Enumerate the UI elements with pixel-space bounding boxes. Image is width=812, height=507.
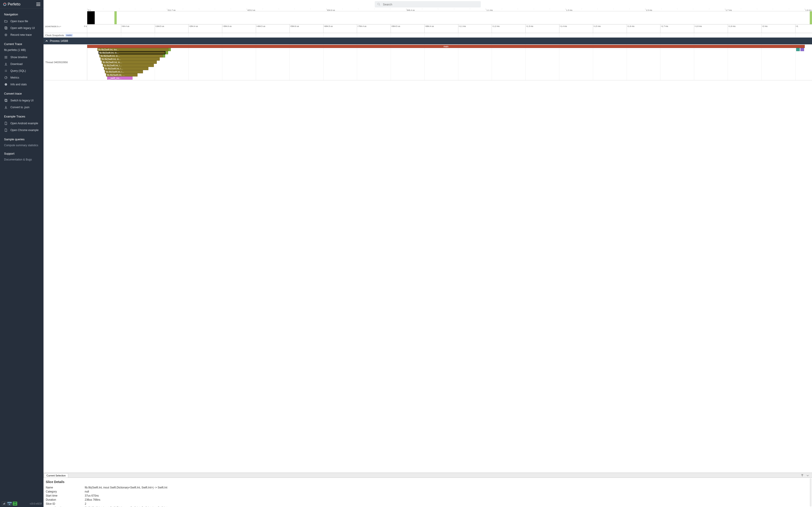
slice-fib[interactable]: fib.fib(Swift.Int, i… [103,64,154,67]
search-box[interactable] [375,1,481,7]
detail-tick-label: +584.6 us [290,25,299,27]
nav-label: Open with legacy UI [10,26,35,30]
detail-ruler[interactable]: 1634676638.5 s + 0 s +84.4 us+184.5 us+2… [44,24,812,33]
overview-selection[interactable] [87,11,95,24]
slice-fib[interactable]: fib.fib(Swift.Int, i… [105,70,143,73]
slice-swift[interactable]: __swift_ins… [107,76,133,80]
detail-value: 2 [85,502,810,505]
detail-tick-label: +1.9 ms [728,25,735,27]
thread-label: Thread 3403910956 [45,61,68,64]
sidebar-footer: WSM0 SWON v19.0-e923f [0,500,44,507]
tab-current-selection[interactable]: Current Selection [44,473,68,477]
nav-label: Open trace file [10,20,28,23]
app-name: Perfetto [8,2,20,6]
slice-edge[interactable] [165,51,168,54]
detail-tick-label: +1.3 ms [526,25,533,27]
slice-fib[interactable]: fib.fib(Swift.Int, in… [99,51,166,54]
details-scrollbar[interactable] [810,478,812,507]
overview-tick-label: 846.4 us [407,9,415,11]
nav-record[interactable]: Record new trace [0,32,44,38]
slice-small[interactable] [801,48,804,51]
nav-info-stats[interactable]: i Info and stats [0,81,44,88]
overview-tick-label: 1.5 ms [646,9,652,11]
slice-small[interactable] [796,48,800,51]
details-tabs: Current Selection [44,473,812,478]
panel-up-icon[interactable] [800,473,804,477]
nav-label: Info and stats [10,83,27,86]
overview-tick-label: 634.9 us [327,9,335,11]
clock-label: Clock Snapshots [45,34,64,37]
nav-download[interactable]: Download [0,61,44,67]
search-input[interactable] [383,3,478,6]
support-docs[interactable]: Documentation & Bugs [0,157,44,162]
detail-tick-label: +84.4 us [121,25,130,27]
download-icon [4,106,8,109]
app-logo[interactable]: Perfetto [3,2,20,6]
svg-point-4 [5,35,6,35]
slice-fib[interactable]: fib.fib(Swift.Int, in… [101,57,160,61]
slice-edge[interactable] [168,48,171,51]
detail-row: Duration236us 766ns [46,498,810,502]
chevron-up-icon [45,40,48,42]
nav-label: Open Chrome example [10,128,39,132]
slice-fib[interactable]: fib.fib(Swift.Int, … [106,73,138,76]
nav-label: Switch to legacy UI [10,99,34,102]
nav-query-sql[interactable]: Query (SQL) [0,67,44,74]
overview-tick-label: 1.7 ms [726,9,732,11]
nav-label: Record new trace [10,33,32,37]
slice-fib[interactable]: fib.fib(Swift.Int, ino… [97,48,168,51]
slice-fib[interactable]: fib.fib(Swift.Int, in… [99,54,162,57]
chevron-down-icon[interactable] [806,473,810,477]
main-area: 0 s211.7 us423.2 us634.9 us846.4 us1.1 m… [44,0,812,507]
wsm-badge[interactable]: WSM0 [7,502,12,506]
nav-label: Open Android example [10,122,38,125]
detail-tick-label: +2. [796,25,799,27]
detail-row: source.function_namefib.fib(Swift.Int, i… [46,506,810,507]
overview-ruler[interactable]: 0 s211.7 us423.2 us634.9 us846.4 us1.1 m… [87,9,812,11]
nav-open-trace[interactable]: Open trace file [0,18,44,25]
slice-fib[interactable]: fib.fib(Swift.Int, i… [104,67,149,70]
hamburger-icon[interactable] [36,3,40,6]
detail-tick-label: +884.5 us [391,25,400,27]
flame-body[interactable]: mainfib.fib(Swift.Int, ino…fib.fib(Swift… [87,44,812,80]
detail-tick-label: +1.6 ms [627,25,635,27]
slice-main[interactable]: main [87,45,805,48]
nav-android-example[interactable]: Open Android example [0,120,44,127]
sw-badge[interactable]: SWON [13,502,17,506]
svg-rect-15 [4,503,4,505]
detail-ruler-right[interactable]: 0 s +84.4 us+184.5 us+284.4 us+384.6 us+… [87,24,812,33]
clock-track[interactable]: Clock Snapshots metric [44,33,812,38]
nav-convert-json[interactable]: Convert to .json [0,104,44,111]
detail-row: Namefib.fib(Swift.Int, inout Swift.Dicti… [46,486,810,490]
svg-rect-14 [3,504,4,505]
sidebar-header: Perfetto [0,0,44,9]
slice-fib[interactable]: fib.fib(Swift.Int, in… [102,61,157,64]
nav-show-timeline[interactable]: Show timeline [0,54,44,61]
flame-area: Thread 3403910956 mainfib.fib(Swift.Int,… [44,44,812,80]
clock-track-body[interactable] [87,33,812,37]
sample-query-item[interactable]: Compute summary statistics [0,143,44,148]
nav-chrome-example[interactable]: Open Chrome example [0,127,44,133]
thread-head[interactable]: Thread 3403910956 [44,44,87,80]
detail-value: fib.fib(Swift.Int, inout Swift.Dictionar… [85,486,810,489]
svg-point-7 [5,71,6,72]
slice-edge[interactable] [163,54,165,57]
details-body: Slice Details Namefib.fib(Swift.Int, ino… [44,478,812,507]
search-icon [377,2,380,6]
current-trace-file: fib.perfetto (1 MB) [0,48,44,54]
detail-row: Categorynull [46,490,810,494]
stats-badge-icon[interactable] [2,502,6,506]
detail-tick-label: +484.5 us [256,25,265,27]
process-row[interactable]: Process 14588 [44,38,812,44]
overview-bar [114,11,117,24]
overview-strip[interactable] [87,11,812,24]
nav-switch-legacy[interactable]: Switch to legacy UI [0,97,44,104]
doc-icon [4,128,8,132]
detail-tick-label: +2 ms [762,25,768,27]
detail-key: Category [46,490,85,493]
section-current-trace: Current Trace [0,38,44,48]
nav-metrics[interactable]: Metrics [0,74,44,81]
overview-tick-label: 1.3 ms [566,9,572,11]
svg-point-8 [6,71,7,72]
nav-open-legacy[interactable]: Open with legacy UI [0,25,44,32]
